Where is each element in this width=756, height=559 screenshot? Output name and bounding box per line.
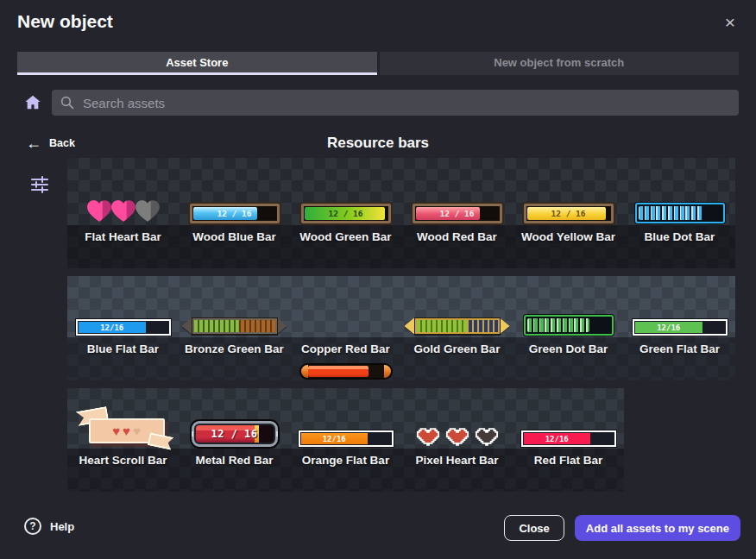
bar-value: 12 / 16 <box>416 207 499 220</box>
label-strip: Wood Green Bar <box>290 225 401 268</box>
asset-card-red-flat-bar[interactable]: 12/16 Red Flat Bar <box>513 388 624 492</box>
asset-card-copper-red-bar[interactable]: Copper Red Bar <box>290 276 401 380</box>
asset-card-green-dot-bar[interactable]: Green Dot Bar <box>513 276 624 380</box>
heart-icon: ♥ <box>123 424 130 437</box>
wood-yellow-bar-preview: 12 / 16 <box>524 204 614 223</box>
label-strip: Wood Blue Bar <box>179 225 290 268</box>
bar-value: 12 / 16 <box>196 425 274 443</box>
asset-label: Gold Green Bar <box>414 342 501 380</box>
flat-heart-bar-preview <box>87 198 160 223</box>
help-button[interactable]: ? Help <box>24 518 74 535</box>
label-strip: Blue Dot Bar <box>624 225 735 268</box>
gold-green-bar-preview <box>405 317 510 336</box>
blue-flat-bar-preview: 12/16 <box>76 319 171 336</box>
label-strip: Gold Green Bar <box>401 337 513 380</box>
tab-asset-store[interactable]: Asset Store <box>17 52 377 75</box>
asset-card-blue-flat-bar[interactable]: 12/16 Blue Flat Bar <box>67 276 179 380</box>
search-bar <box>52 90 739 116</box>
heart-scroll-bar-preview: ♥ ♥ ♥ <box>79 411 168 447</box>
help-icon: ? <box>24 518 41 535</box>
label-strip: Red Flat Bar <box>513 449 624 492</box>
wood-red-bar-preview: 12 / 16 <box>413 204 502 223</box>
asset-label: Flat Heart Bar <box>85 230 161 268</box>
asset-label: Blue Flat Bar <box>87 342 159 380</box>
bar-value: 12 / 16 <box>527 207 610 220</box>
asset-label: Orange Flat Bar <box>302 454 389 492</box>
tab-bar: Asset Store New object from scratch <box>17 52 739 75</box>
red-flat-bar-preview: 12/16 <box>521 430 616 447</box>
wood-green-bar-preview: 12 / 16 <box>301 204 391 223</box>
bar-value: 12 / 16 <box>305 207 387 220</box>
asset-label: Bronze Green Bar <box>185 342 284 380</box>
asset-label: Metal Red Bar <box>195 454 273 492</box>
asset-card-wood-yellow-bar[interactable]: 12 / 16 Wood Yellow Bar <box>513 158 624 268</box>
asset-row-2: 12/16 Blue Flat Bar Bronze Green Bar Cop… <box>67 276 735 380</box>
asset-label: Blue Dot Bar <box>645 230 715 268</box>
asset-label: Pixel Heart Bar <box>415 454 498 492</box>
label-strip: Copper Red Bar <box>290 337 401 380</box>
bar-value: 12/16 <box>657 323 680 332</box>
green-dot-bar-preview <box>524 315 614 336</box>
blue-dot-bar-preview <box>635 203 725 223</box>
bar-value: 12/16 <box>100 323 123 332</box>
heart-icon: ♥ <box>112 424 120 437</box>
heart-icon: ♥ <box>133 424 141 437</box>
asset-card-gold-green-bar[interactable]: Gold Green Bar <box>401 276 513 380</box>
back-button[interactable]: ← Back <box>26 135 75 151</box>
asset-card-blue-dot-bar[interactable]: Blue Dot Bar <box>624 158 735 268</box>
orange-flat-bar-preview: 12/16 <box>299 430 394 447</box>
dialog-title: New object <box>17 11 113 32</box>
label-strip: Pixel Heart Bar <box>401 449 513 492</box>
filter-icon[interactable] <box>29 175 50 196</box>
asset-label: Wood Yellow Bar <box>521 230 615 268</box>
back-arrow-icon: ← <box>26 135 41 151</box>
asset-card-flat-heart-bar[interactable]: Flat Heart Bar <box>67 158 179 268</box>
asset-card-bronze-green-bar[interactable]: Bronze Green Bar <box>179 276 290 380</box>
bar-value: 12 / 16 <box>193 207 276 220</box>
label-strip: Green Dot Bar <box>513 337 624 380</box>
asset-card-heart-scroll-bar[interactable]: ♥ ♥ ♥ Heart Scroll Bar <box>67 388 179 492</box>
wood-blue-bar-preview: 12 / 16 <box>190 204 280 223</box>
asset-card-green-flat-bar[interactable]: 12/16 Green Flat Bar <box>624 276 735 380</box>
footer-actions: Close Add all assets to my scene <box>504 515 740 541</box>
asset-label: Red Flat Bar <box>534 454 603 492</box>
pack-heading: Resource bars <box>0 135 756 152</box>
asset-card-pixel-heart-bar[interactable]: Pixel Heart Bar <box>401 388 513 492</box>
asset-label: Heart Scroll Bar <box>79 454 167 492</box>
add-all-assets-button[interactable]: Add all assets to my scene <box>575 515 740 541</box>
asset-card-wood-green-bar[interactable]: 12 / 16 Wood Green Bar <box>290 158 401 268</box>
pixel-heart-bar-preview <box>416 425 499 447</box>
asset-card-wood-blue-bar[interactable]: 12 / 16 Wood Blue Bar <box>179 158 290 268</box>
asset-label: Copper Red Bar <box>301 342 390 380</box>
home-icon[interactable] <box>23 93 42 112</box>
metal-red-bar-preview: 12 / 16 <box>192 421 278 447</box>
label-strip: Orange Flat Bar <box>290 449 401 492</box>
label-strip: Bronze Green Bar <box>179 337 290 380</box>
bar-value: 12/16 <box>545 435 569 443</box>
close-icon[interactable]: × <box>725 13 735 31</box>
asset-card-metal-red-bar[interactable]: 12 / 16 Metal Red Bar <box>179 388 290 492</box>
asset-card-orange-flat-bar[interactable]: 12/16 Orange Flat Bar <box>290 388 401 492</box>
label-strip: Heart Scroll Bar <box>67 449 179 492</box>
tab-asset-store-label: Asset Store <box>166 56 228 69</box>
label-strip: Flat Heart Bar <box>67 225 179 268</box>
asset-row-1: Flat Heart Bar 12 / 16 Wood Blue Bar 12 … <box>67 158 735 268</box>
green-flat-bar-preview: 12/16 <box>633 319 728 336</box>
bar-value: 12/16 <box>323 435 346 443</box>
tab-new-object-from-scratch[interactable]: New object from scratch <box>380 52 740 75</box>
back-label: Back <box>49 137 75 149</box>
close-button[interactable]: Close <box>504 515 564 541</box>
label-strip: Wood Red Bar <box>401 225 513 268</box>
help-label: Help <box>50 520 74 533</box>
asset-label: Wood Red Bar <box>417 230 497 268</box>
label-strip: Metal Red Bar <box>179 449 290 492</box>
bronze-green-bar-preview <box>182 317 287 336</box>
asset-label: Wood Green Bar <box>299 230 391 268</box>
label-strip: Green Flat Bar <box>624 337 735 380</box>
asset-label: Wood Blue Bar <box>192 230 276 268</box>
asset-label: Green Dot Bar <box>529 342 608 380</box>
search-input[interactable] <box>83 96 730 110</box>
asset-label: Green Flat Bar <box>639 342 720 380</box>
asset-card-wood-red-bar[interactable]: 12 / 16 Wood Red Bar <box>401 158 513 268</box>
label-strip: Blue Flat Bar <box>67 337 179 380</box>
